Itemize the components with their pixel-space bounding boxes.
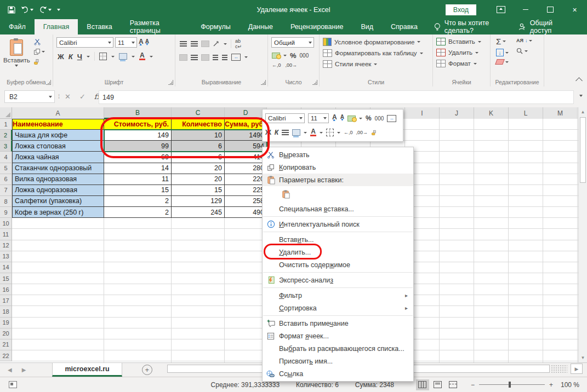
row-header-8[interactable]: 8: [0, 196, 12, 207]
sign-in-button[interactable]: Вход: [446, 4, 476, 15]
column-header-D[interactable]: D: [225, 107, 267, 119]
scroll-right-icon[interactable]: ▶: [571, 364, 583, 374]
cell-B1[interactable]: Стоимость, руб.: [104, 119, 172, 130]
cell-A4[interactable]: Ложка чайная: [12, 152, 104, 163]
tab-главная[interactable]: Главная: [35, 19, 78, 34]
row-header-2[interactable]: 2: [0, 130, 12, 141]
menu-item-копировать[interactable]: Копировать: [263, 161, 413, 174]
underline-button[interactable]: Ч: [77, 53, 82, 61]
cell-C7[interactable]: 15: [172, 185, 225, 196]
percent-style-button[interactable]: %: [290, 51, 297, 60]
tab-справка[interactable]: Справка: [382, 19, 426, 34]
alignment-dialog-launcher[interactable]: [261, 80, 266, 85]
cell-C9[interactable]: 245: [172, 207, 225, 218]
menu-item-параметры-вставки[interactable]: Параметры вставки:: [263, 174, 413, 186]
normal-view-button[interactable]: [416, 379, 429, 390]
mini-bold-button[interactable]: Ж: [265, 129, 271, 136]
menu-item-интеллектуальный-поиск[interactable]: Интеллектуальный поиск: [263, 218, 413, 230]
select-all-corner[interactable]: [0, 107, 12, 119]
row-header-12[interactable]: 12: [0, 240, 12, 251]
row-header-1[interactable]: 1: [0, 119, 12, 130]
column-header-I[interactable]: I: [405, 107, 440, 119]
mini-font-name-combo[interactable]: Calibri: [265, 113, 305, 123]
share-button[interactable]: Общий доступ: [518, 19, 587, 34]
increase-decimal-icon[interactable]: ←,0: [272, 62, 281, 68]
comma-style-button[interactable]: 000: [300, 53, 309, 59]
fill-button[interactable]: ↓: [496, 49, 509, 56]
macro-record-icon[interactable]: [9, 381, 17, 388]
format-painter-icon[interactable]: [33, 58, 45, 65]
menu-item-специальная-вставка[interactable]: Специальная вставка...: [263, 203, 413, 215]
mini-accounting-icon[interactable]: [347, 116, 356, 122]
menu-item-экспресс-анализ[interactable]: Экспресс-анализ: [263, 274, 413, 286]
align-right-icon[interactable]: [202, 55, 209, 60]
cell-B5[interactable]: 14: [104, 163, 172, 174]
row-header-5[interactable]: 5: [0, 163, 12, 174]
save-icon[interactable]: [8, 6, 15, 14]
clipboard-dialog-launcher[interactable]: [46, 80, 51, 85]
menu-item-вставить-примечание[interactable]: Вставить примечание: [263, 317, 413, 330]
font-size-combo[interactable]: 11: [115, 37, 137, 48]
menu-item-удалить[interactable]: Удалить...: [263, 246, 413, 258]
cell-B8[interactable]: 2: [104, 196, 172, 207]
cell-C6[interactable]: 20: [172, 174, 225, 185]
cell-B4[interactable]: 69: [104, 152, 172, 163]
cell-styles-button[interactable]: Стили ячеек: [320, 59, 432, 70]
row-header-17[interactable]: 17: [0, 295, 12, 306]
menu-item-ссылка[interactable]: Ссылка: [263, 367, 413, 380]
namebox-splitter[interactable]: ⁞: [58, 93, 60, 100]
close-button[interactable]: ×: [562, 0, 587, 19]
undo-button[interactable]: [21, 6, 33, 13]
increase-font-icon[interactable]: A▲: [139, 40, 144, 45]
row-header-18[interactable]: 18: [0, 306, 12, 317]
row-header-14[interactable]: 14: [0, 262, 12, 273]
menu-item-сортировка[interactable]: Сортировка▸: [263, 302, 413, 314]
cell-D7[interactable]: 225: [225, 185, 267, 196]
new-sheet-button[interactable]: +: [142, 365, 152, 375]
cell-A5[interactable]: Стаканчик одноразовый: [12, 163, 104, 174]
copy-icon[interactable]: [33, 48, 45, 55]
mini-format-painter-icon[interactable]: [371, 129, 378, 136]
increase-indent-icon[interactable]: [222, 55, 227, 60]
zoom-slider[interactable]: − +: [471, 381, 553, 389]
italic-button[interactable]: К: [69, 53, 73, 61]
row-header-11[interactable]: 11: [0, 229, 12, 240]
tab-вставка[interactable]: Вставка: [78, 19, 121, 34]
font-dialog-launcher[interactable]: [168, 80, 173, 85]
find-select-button[interactable]: [516, 48, 532, 54]
menu-item-присвоить-имя[interactable]: Присвоить имя...: [263, 355, 413, 367]
clear-button[interactable]: [496, 59, 509, 65]
mini-italic-button[interactable]: К: [275, 129, 278, 136]
cell-C1[interactable]: Количество: [172, 119, 225, 130]
mini-font-color-icon[interactable]: А: [310, 129, 316, 136]
autosum-button[interactable]: Σ: [496, 37, 509, 46]
tab-разметка-страницы[interactable]: Разметка страницы: [121, 19, 192, 34]
ribbon-display-options-button[interactable]: [488, 0, 513, 19]
cell-A1[interactable]: Наименование: [12, 119, 104, 130]
mini-decrease-font-icon[interactable]: A▼: [340, 116, 344, 121]
format-cells-button[interactable]: Формат: [433, 58, 490, 69]
tab-рецензирование[interactable]: Рецензирование: [282, 19, 352, 34]
cell-B6[interactable]: 11: [104, 174, 172, 185]
column-header-L[interactable]: L: [509, 107, 543, 119]
vertical-scroll-thumb[interactable]: [580, 117, 586, 183]
cell-D2[interactable]: 1490: [225, 130, 267, 141]
font-color-icon[interactable]: А: [139, 53, 145, 60]
orientation-icon[interactable]: [213, 41, 220, 47]
scroll-down-icon[interactable]: ▼: [580, 354, 586, 361]
row-header-10[interactable]: 10: [0, 218, 12, 229]
align-top-icon[interactable]: [180, 41, 187, 47]
mini-decrease-decimal-icon[interactable]: ,00→: [356, 130, 368, 135]
number-dialog-launcher[interactable]: [312, 80, 317, 85]
mini-font-size-combo[interactable]: 11: [308, 113, 329, 123]
expand-formula-bar-icon[interactable]: [579, 95, 583, 97]
cell-B3[interactable]: 99: [104, 141, 172, 152]
decrease-decimal-icon[interactable]: ,00→: [286, 62, 298, 68]
cell-D4[interactable]: 414: [225, 152, 267, 163]
prev-sheet-icon[interactable]: ◀: [8, 367, 12, 373]
column-header-C[interactable]: C: [172, 107, 225, 119]
vertical-scrollbar[interactable]: ▲ ▼: [578, 107, 587, 362]
align-bottom-icon[interactable]: [202, 41, 209, 47]
cell-D6[interactable]: 220: [225, 174, 267, 185]
name-box[interactable]: B2: [4, 90, 55, 103]
